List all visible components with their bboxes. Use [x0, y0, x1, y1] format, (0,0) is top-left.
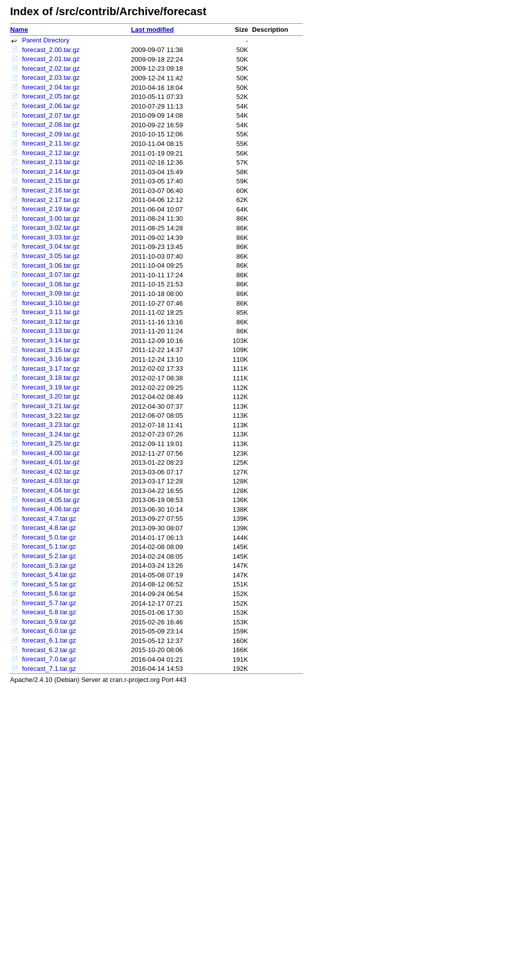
file-icon: 📄 — [11, 262, 19, 270]
file-link[interactable]: forecast_3.22.tar.gz — [22, 412, 80, 419]
file-icon: 📄 — [11, 580, 19, 589]
file-name-cell: 📄 forecast_3.13.tar.gz — [10, 326, 131, 336]
file-link[interactable]: forecast_2.00.tar.gz — [22, 46, 80, 54]
file-link[interactable]: forecast_3.23.tar.gz — [22, 421, 80, 428]
file-link[interactable]: forecast_5.4.tar.gz — [22, 571, 76, 578]
file-link[interactable]: forecast_2.13.tar.gz — [22, 158, 80, 166]
table-row: 📄 forecast_6.1.tar.gz2015-05-12 12:37160… — [10, 636, 303, 646]
sort-name-link[interactable]: Name — [10, 26, 28, 33]
file-link[interactable]: forecast_4.7.tar.gz — [22, 515, 76, 522]
file-desc — [252, 420, 303, 430]
file-link[interactable]: forecast_3.06.tar.gz — [22, 262, 80, 269]
file-link[interactable]: forecast_5.5.tar.gz — [22, 580, 76, 588]
file-link[interactable]: forecast_3.12.tar.gz — [22, 318, 80, 325]
file-icon: 📄 — [11, 103, 19, 111]
file-link[interactable]: forecast_3.21.tar.gz — [22, 402, 80, 410]
file-name-cell: 📄 forecast_3.22.tar.gz — [10, 411, 131, 421]
file-link[interactable]: forecast_3.10.tar.gz — [22, 299, 80, 307]
sort-modified-link[interactable]: Last modified — [131, 26, 174, 33]
file-modified: 2012-11-27 07:56 — [131, 449, 221, 458]
file-icon: 📄 — [11, 121, 19, 129]
file-link[interactable]: forecast_3.09.tar.gz — [22, 289, 80, 297]
file-link[interactable]: forecast_5.3.tar.gz — [22, 562, 76, 569]
table-row: 📄 forecast_5.8.tar.gz2015-01-06 17:30153… — [10, 608, 303, 617]
file-link[interactable]: forecast_2.15.tar.gz — [22, 177, 80, 184]
file-link[interactable]: forecast_5.8.tar.gz — [22, 608, 76, 616]
file-link[interactable]: forecast_2.04.tar.gz — [22, 83, 80, 91]
file-link[interactable]: forecast_6.0.tar.gz — [22, 627, 76, 634]
file-desc — [252, 589, 303, 599]
file-link[interactable]: forecast_3.11.tar.gz — [22, 308, 80, 316]
file-link[interactable]: forecast_2.03.tar.gz — [22, 74, 80, 81]
file-size: 57K — [220, 158, 252, 167]
file-link[interactable]: forecast_5.6.tar.gz — [22, 590, 76, 597]
file-link[interactable]: forecast_4.01.tar.gz — [22, 458, 80, 466]
file-modified: 2011-10-18 08:00 — [131, 289, 221, 299]
file-link[interactable]: forecast_3.08.tar.gz — [22, 280, 80, 288]
file-link[interactable]: forecast_3.03.tar.gz — [22, 233, 80, 241]
file-link[interactable]: forecast_2.06.tar.gz — [22, 102, 80, 110]
file-size: 86K — [220, 270, 252, 280]
file-link[interactable]: forecast_3.16.tar.gz — [22, 355, 80, 363]
file-link[interactable]: forecast_2.12.tar.gz — [22, 149, 80, 157]
file-link[interactable]: forecast_2.02.tar.gz — [22, 65, 80, 72]
file-modified: 2011-11-02 18:25 — [131, 308, 221, 317]
file-link[interactable]: forecast_5.9.tar.gz — [22, 618, 76, 625]
parent-dir-link[interactable]: Parent Directory — [22, 36, 70, 44]
file-link[interactable]: forecast_2.11.tar.gz — [22, 139, 80, 147]
file-link[interactable]: forecast_4.02.tar.gz — [22, 468, 80, 475]
file-link[interactable]: forecast_3.25.tar.gz — [22, 439, 80, 447]
file-link[interactable]: forecast_3.14.tar.gz — [22, 336, 80, 344]
file-icon: 📄 — [11, 224, 19, 232]
file-link[interactable]: forecast_2.14.tar.gz — [22, 168, 80, 175]
file-link[interactable]: forecast_3.20.tar.gz — [22, 393, 80, 400]
file-link[interactable]: forecast_3.04.tar.gz — [22, 242, 80, 250]
table-row: 📄 forecast_2.05.tar.gz2010-05-11 07:3352… — [10, 92, 303, 102]
file-name-cell: 📄 forecast_3.14.tar.gz — [10, 336, 131, 346]
file-link[interactable]: forecast_3.17.tar.gz — [22, 365, 80, 372]
file-icon: 📄 — [11, 524, 19, 532]
file-modified: 2013-03-06 07:17 — [131, 467, 221, 477]
file-link[interactable]: forecast_3.15.tar.gz — [22, 346, 80, 354]
file-desc — [252, 223, 303, 233]
table-row: 📄 forecast_3.00.tar.gz2011-08-24 11:3086… — [10, 214, 303, 224]
file-link[interactable]: forecast_3.05.tar.gz — [22, 252, 80, 260]
file-link[interactable]: forecast_3.19.tar.gz — [22, 383, 80, 391]
col-modified-header[interactable]: Last modified — [131, 24, 221, 36]
file-link[interactable]: forecast_3.02.tar.gz — [22, 224, 80, 231]
file-link[interactable]: forecast_5.0.tar.gz — [22, 533, 76, 541]
file-link[interactable]: forecast_4.04.tar.gz — [22, 486, 80, 494]
file-link[interactable]: forecast_2.08.tar.gz — [22, 121, 80, 128]
file-link[interactable]: forecast_6.2.tar.gz — [22, 646, 76, 654]
file-link[interactable]: forecast_4.00.tar.gz — [22, 449, 80, 457]
file-link[interactable]: forecast_4.03.tar.gz — [22, 477, 80, 484]
col-name-header[interactable]: Name — [10, 24, 131, 36]
file-link[interactable]: forecast_2.19.tar.gz — [22, 205, 80, 213]
file-icon: 📄 — [11, 440, 19, 448]
file-link[interactable]: forecast_2.09.tar.gz — [22, 130, 80, 138]
file-link[interactable]: forecast_4.05.tar.gz — [22, 496, 80, 504]
file-link[interactable]: forecast_2.01.tar.gz — [22, 55, 80, 63]
file-link[interactable]: forecast_3.07.tar.gz — [22, 271, 80, 278]
file-link[interactable]: forecast_2.16.tar.gz — [22, 186, 80, 194]
file-size: 110K — [220, 355, 252, 364]
file-link[interactable]: forecast_3.13.tar.gz — [22, 327, 80, 334]
file-link[interactable]: forecast_2.17.tar.gz — [22, 196, 80, 204]
file-icon: 📄 — [11, 618, 19, 626]
file-link[interactable]: forecast_4.06.tar.gz — [22, 505, 80, 513]
file-link[interactable]: forecast_7.1.tar.gz — [22, 665, 76, 672]
file-link[interactable]: forecast_5.2.tar.gz — [22, 552, 76, 560]
file-size: 139K — [220, 514, 252, 524]
file-link[interactable]: forecast_5.7.tar.gz — [22, 599, 76, 607]
file-link[interactable]: forecast_6.1.tar.gz — [22, 636, 76, 644]
file-link[interactable]: forecast_5.1.tar.gz — [22, 543, 76, 550]
file-icon: 📄 — [11, 656, 19, 664]
file-link[interactable]: forecast_3.00.tar.gz — [22, 215, 80, 222]
file-link[interactable]: forecast_3.24.tar.gz — [22, 430, 80, 438]
file-link[interactable]: forecast_2.07.tar.gz — [22, 112, 80, 119]
file-link[interactable]: forecast_4.8.tar.gz — [22, 524, 76, 531]
file-link[interactable]: forecast_2.05.tar.gz — [22, 92, 80, 100]
file-desc — [252, 195, 303, 205]
file-link[interactable]: forecast_3.18.tar.gz — [22, 374, 80, 381]
file-link[interactable]: forecast_7.0.tar.gz — [22, 655, 76, 663]
